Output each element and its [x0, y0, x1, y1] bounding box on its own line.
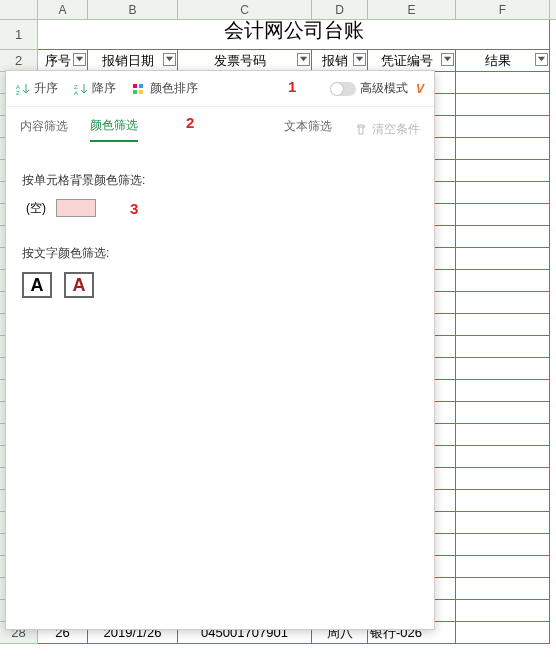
cell[interactable]	[456, 402, 550, 424]
cell[interactable]	[456, 468, 550, 490]
cell[interactable]	[456, 116, 550, 138]
column-headers: A B C D E F	[0, 0, 556, 20]
filter-icon[interactable]	[297, 53, 310, 66]
filter-popup: AZ 升序 ZA 降序 颜色排序 高级模式 V 内容筛选 颜色筛选 文本筛选 清…	[5, 70, 435, 630]
tab-content-filter[interactable]: 内容筛选	[20, 118, 68, 141]
tab-text-filter[interactable]: 文本筛选	[284, 118, 332, 141]
cell[interactable]	[456, 490, 550, 512]
svg-text:A: A	[74, 90, 78, 96]
cell-F28[interactable]	[456, 622, 550, 644]
col-D[interactable]: D	[312, 0, 368, 19]
filter-icon[interactable]	[535, 53, 548, 66]
cell[interactable]	[456, 512, 550, 534]
cell[interactable]	[456, 358, 550, 380]
font-color-filter-label: 按文字颜色筛选:	[22, 245, 418, 262]
cell[interactable]	[456, 600, 550, 622]
switch-icon	[330, 82, 356, 96]
col-C[interactable]: C	[178, 0, 312, 19]
vip-icon: V	[416, 82, 424, 96]
font-color-red[interactable]: A	[64, 272, 94, 298]
cell[interactable]	[456, 336, 550, 358]
filter-icon[interactable]	[353, 53, 366, 66]
trash-icon	[354, 123, 368, 137]
cell[interactable]	[456, 270, 550, 292]
cell[interactable]	[456, 138, 550, 160]
col-E[interactable]: E	[368, 0, 456, 19]
rownum-1[interactable]: 1	[0, 20, 38, 50]
col-F[interactable]: F	[456, 0, 550, 19]
bg-color-filter-label: 按单元格背景颜色筛选:	[22, 172, 418, 189]
cell[interactable]	[456, 424, 550, 446]
cell[interactable]	[456, 292, 550, 314]
font-color-black[interactable]: A	[22, 272, 52, 298]
bg-color-swatch-pink[interactable]	[56, 199, 96, 217]
cell[interactable]	[456, 248, 550, 270]
cell[interactable]	[456, 94, 550, 116]
tab-color-filter[interactable]: 颜色筛选	[90, 117, 138, 142]
sort-desc-button[interactable]: ZA 降序	[74, 80, 116, 97]
advanced-mode-toggle[interactable]: 高级模式 V	[330, 80, 424, 97]
title-cell[interactable]: 会计网公司台账	[38, 20, 550, 50]
clear-conditions-button[interactable]: 清空条件	[354, 121, 420, 138]
cell[interactable]	[456, 160, 550, 182]
header-date[interactable]: 报销日期	[88, 50, 178, 72]
cell[interactable]	[456, 72, 550, 94]
col-B[interactable]: B	[88, 0, 178, 19]
cell[interactable]	[456, 314, 550, 336]
header-result[interactable]: 结果	[456, 50, 550, 72]
filter-icon[interactable]	[73, 53, 86, 66]
header-reimb[interactable]: 报销	[312, 50, 368, 72]
header-seq[interactable]: 序号	[38, 50, 88, 72]
cell[interactable]	[456, 380, 550, 402]
empty-label[interactable]: (空)	[26, 200, 46, 217]
filter-icon[interactable]	[163, 53, 176, 66]
color-sort-button[interactable]: 颜色排序	[132, 80, 198, 97]
svg-rect-5	[139, 84, 143, 88]
svg-rect-7	[139, 90, 143, 94]
cell[interactable]	[456, 534, 550, 556]
cell[interactable]	[456, 556, 550, 578]
svg-text:Z: Z	[16, 90, 20, 96]
header-invoice[interactable]: 发票号码	[178, 50, 312, 72]
header-voucher[interactable]: 凭证编号	[368, 50, 456, 72]
cell[interactable]	[456, 204, 550, 226]
col-A[interactable]: A	[38, 0, 88, 19]
filter-icon[interactable]	[441, 53, 454, 66]
svg-rect-6	[133, 90, 137, 94]
cell[interactable]	[456, 446, 550, 468]
cell[interactable]	[456, 578, 550, 600]
cell[interactable]	[456, 182, 550, 204]
svg-rect-4	[133, 84, 137, 88]
cell[interactable]	[456, 226, 550, 248]
sort-asc-button[interactable]: AZ 升序	[16, 80, 58, 97]
rownum-2[interactable]: 2	[0, 50, 38, 72]
